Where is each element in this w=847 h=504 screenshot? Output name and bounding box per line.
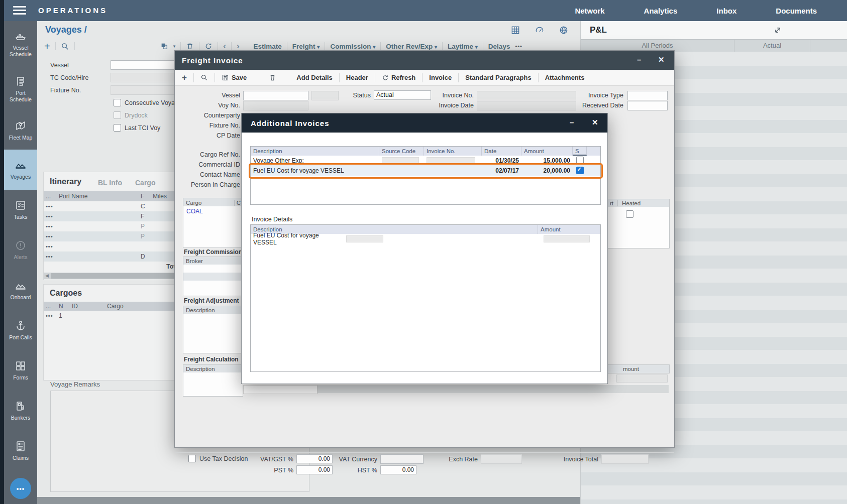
freight-invoice-titlebar[interactable]: Freight Invoice – ✕ (175, 51, 674, 70)
fi-vessel-input[interactable] (243, 91, 308, 100)
expand-icon[interactable] (773, 25, 783, 35)
sidebar-item-alerts[interactable]: Alerts (4, 230, 37, 270)
col-f: F (141, 193, 153, 200)
minimize-button[interactable]: – (637, 55, 641, 64)
invoice-details-table: Description Amount Fuel EU Cost for voya… (250, 224, 601, 372)
additional-invoices-table: Description Source Code Invoice No. Date… (250, 146, 601, 205)
drydock-checkbox[interactable]: Drydock (114, 111, 148, 119)
fi-received-date-input[interactable] (627, 101, 668, 110)
toolbar-other-rev-exp[interactable]: Other Rev/Exp ▾ (386, 43, 437, 50)
refresh-button[interactable]: Refresh (382, 74, 415, 81)
fi-invoice-date-input[interactable] (477, 101, 576, 110)
fi-invoice-no-input[interactable] (477, 91, 576, 100)
hamburger-menu-icon[interactable] (13, 6, 26, 15)
row-select-checkbox[interactable] (576, 157, 584, 164)
sidebar-item-voyages[interactable]: Voyages (4, 150, 37, 190)
delete-icon[interactable] (186, 42, 194, 50)
prev-icon[interactable]: ‹ (223, 41, 226, 51)
tab-bl-info[interactable]: BL Info (98, 179, 122, 187)
col-invoice-no: Invoice No. (424, 147, 482, 156)
copy-icon[interactable] (160, 42, 168, 50)
header-button[interactable]: Header (346, 74, 368, 81)
col-source-code: Source Code (379, 147, 424, 156)
col-amount: Amount (538, 225, 600, 234)
toolbar-laytime[interactable]: Laytime ▾ (448, 43, 478, 50)
checkbox-icon[interactable] (114, 111, 121, 119)
top-menu-inbox[interactable]: Inbox (716, 7, 736, 15)
close-button[interactable]: ✕ (592, 118, 598, 127)
gauge-icon[interactable] (535, 25, 545, 35)
cargo-coal-link[interactable]: COAL (183, 206, 243, 216)
toolbar-overflow-icon[interactable]: ••• (515, 43, 522, 49)
invoice-total-input[interactable] (601, 454, 649, 464)
top-menu-network[interactable]: Network (575, 7, 604, 15)
pnl-actual-header[interactable]: Actual (734, 40, 810, 52)
standard-paragraphs-button[interactable]: Standard Paragraphs (465, 74, 532, 81)
next-icon[interactable]: › (237, 41, 240, 51)
invoice-row-fuel-eu-cost[interactable]: Fuel EU Cost for voyage VESSEL 02/07/17 … (251, 165, 600, 176)
row-select-checkbox[interactable] (576, 167, 584, 174)
use-tax-decision-checkbox[interactable]: Use Tax Decision (188, 455, 248, 462)
app-title: OPERATIONS (38, 6, 108, 15)
sidebar-item-claims[interactable]: Claims (4, 431, 37, 471)
top-menu-analytics[interactable]: Analytics (644, 7, 678, 15)
page-title: Voyages / (45, 25, 87, 35)
refresh-icon[interactable] (204, 42, 213, 50)
sidebar-item-forms[interactable]: Forms (4, 350, 37, 391)
last-tci-voy-checkbox[interactable]: Last TCI Voy (114, 124, 160, 132)
toolbar-commission[interactable]: Commission ▾ (330, 43, 375, 50)
scrollbar-thumb[interactable] (51, 273, 175, 279)
save-button[interactable]: Save (222, 74, 247, 81)
fi-status-input[interactable]: Actual (374, 90, 431, 100)
anchor-icon (15, 320, 27, 332)
fleet-map-icon (15, 120, 27, 132)
invoice-details-row[interactable]: Fuel EU Cost for voyage VESSEL (251, 234, 600, 244)
fi-amount-input-fragment[interactable] (616, 374, 668, 383)
search-icon[interactable] (61, 42, 69, 51)
globe-icon[interactable] (559, 25, 569, 35)
scroll-left-arrow-icon[interactable]: ◀ (45, 273, 49, 278)
fi-invoice-type-input[interactable] (627, 91, 668, 100)
add-details-button[interactable]: Add Details (296, 74, 333, 81)
invoice-row-voyage-other-exp[interactable]: Voyage Other Exp: 01/30/25 15,000.00 (251, 156, 600, 165)
toolbar-estimate[interactable]: Estimate (254, 43, 282, 50)
fi-voy-no-input[interactable] (243, 101, 308, 110)
chat-icon: ••• (17, 485, 25, 492)
checkbox-icon[interactable] (114, 99, 121, 106)
row-amount: 20,000.00 (521, 166, 573, 175)
delete-icon[interactable] (269, 74, 276, 81)
sidebar-item-onboard[interactable]: Onboard (4, 270, 37, 310)
checkbox-icon[interactable] (114, 124, 121, 132)
copy-caret-icon[interactable]: ▾ (173, 44, 176, 49)
invoice-button[interactable]: Invoice (429, 74, 452, 81)
grid-view-icon[interactable] (510, 25, 520, 35)
sidebar-item-port-calls[interactable]: Port Calls (4, 310, 37, 350)
sidebar-item-fleet-map[interactable]: Fleet Map (4, 111, 37, 150)
consecutive-voyage-checkbox[interactable]: Consecutive Voya (114, 99, 175, 106)
search-icon[interactable] (200, 74, 208, 81)
tab-cargo[interactable]: Cargo (135, 179, 155, 187)
close-button[interactable]: ✕ (658, 55, 665, 64)
toolbar-freight[interactable]: Freight ▾ (292, 43, 320, 50)
toolbar-delays[interactable]: Delays (488, 43, 510, 50)
add-icon[interactable]: + (182, 73, 187, 83)
minimize-button[interactable]: – (570, 118, 574, 127)
top-menu-documents[interactable]: Documents (776, 7, 817, 15)
sidebar-item-label: Onboard (11, 294, 31, 301)
sidebar-item-vessel-schedule[interactable]: Vessel Schedule (4, 21, 37, 66)
heated-checkbox[interactable] (626, 210, 633, 218)
vat-currency-input[interactable] (380, 454, 424, 464)
sidebar-item-tasks[interactable]: Tasks (4, 190, 37, 230)
attachments-button[interactable]: Attachments (545, 74, 585, 81)
add-icon[interactable]: + (44, 43, 50, 50)
additional-invoices-titlebar[interactable]: Additional Invoices – ✕ (242, 113, 607, 133)
sidebar-item-bunkers[interactable]: Bunkers (4, 391, 37, 431)
checkbox-icon[interactable] (188, 455, 196, 462)
sidebar-item-port-schedule[interactable]: Port Schedule (4, 66, 37, 111)
chat-feedback-button[interactable]: ••• (10, 478, 31, 499)
hst-input[interactable]: 0.00 (380, 465, 416, 474)
exch-rate-input[interactable] (481, 454, 522, 464)
hst-label: HST % (327, 467, 377, 474)
vat-gst-label: VAT/GST % (243, 456, 293, 463)
freight-calculation-scroll-thumb[interactable] (243, 385, 317, 394)
